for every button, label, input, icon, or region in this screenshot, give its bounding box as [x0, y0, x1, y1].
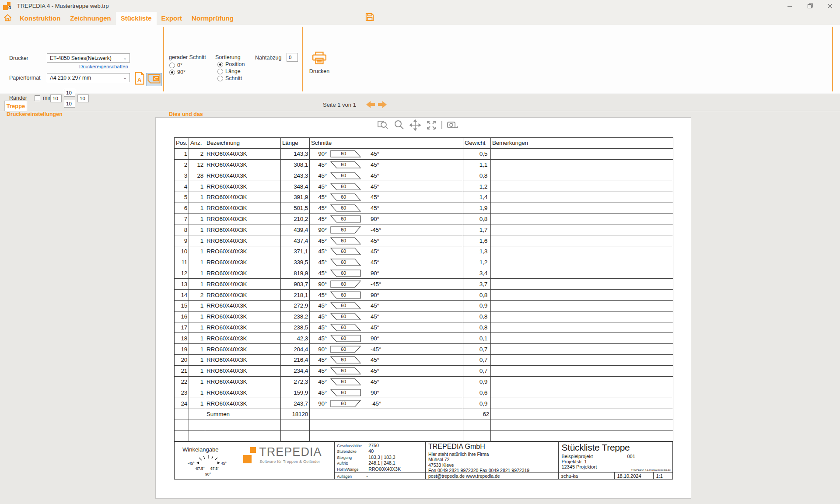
- tab-stueckliste[interactable]: Stückliste: [116, 12, 157, 25]
- margin-left-input[interactable]: [50, 94, 62, 102]
- orientation-landscape-button[interactable]: ⊂: [146, 73, 162, 86]
- table-row: 24 1 RRO60X40X3K 243,7 90° 60 -45° 0,9: [175, 398, 673, 409]
- portrait-page-icon: A: [135, 72, 144, 87]
- margin-right-input[interactable]: [77, 94, 89, 102]
- margin-bottom-input[interactable]: [64, 100, 75, 108]
- cell-anz: 28: [189, 170, 205, 181]
- tab-export[interactable]: Export: [157, 12, 187, 25]
- cell-pos: 14: [175, 290, 189, 301]
- table-header-row: Pos. Anz. Bezeichnung Länge Schnitte Gew…: [175, 138, 673, 149]
- company-cell: TREPEDIA GmbH Hier steht natürlich Ihre …: [426, 442, 559, 479]
- winkelangabe-label: Winkelangabe: [182, 446, 218, 453]
- radio-0deg[interactable]: 0°: [169, 62, 182, 68]
- save-button[interactable]: [364, 13, 375, 23]
- cut-profile-icon: 60: [330, 183, 361, 190]
- cell-gewicht: 0,5: [463, 148, 491, 159]
- radio-position[interactable]: Position: [217, 61, 245, 67]
- measure-tape-icon[interactable]: [446, 119, 458, 131]
- cut-dim: 60: [341, 325, 346, 330]
- cell-name: RRO60X40X3K: [205, 322, 281, 333]
- cut-dim: 60: [341, 259, 346, 265]
- table-row: 15 1 RRO60X40X3K 272,9 45° 60 45° 0,9: [175, 300, 673, 311]
- close-button[interactable]: [820, 0, 840, 12]
- svg-text:45°: 45°: [221, 461, 227, 466]
- doc-tab-treppe[interactable]: Treppe: [4, 101, 27, 111]
- radio-schnitt[interactable]: Schnitt: [217, 75, 242, 81]
- cell-gewicht: 1,2: [463, 181, 491, 192]
- table-row: 10 1 RRO60X40X3K 371,1 45° 60 45° 1,3: [175, 246, 673, 257]
- cut-angle-left: 45°: [311, 172, 327, 179]
- cut-angle-left: 45°: [311, 194, 327, 200]
- cut-angle-left: 45°: [311, 270, 327, 276]
- radio-laenge[interactable]: Länge: [217, 68, 241, 74]
- cell-name: RRO60X40X3K: [205, 170, 281, 181]
- min-checkbox[interactable]: [35, 95, 40, 101]
- druckereigenschaften-link[interactable]: Druckereigenschaften: [79, 64, 128, 69]
- tab-zeichnungen[interactable]: Zeichnungen: [65, 12, 116, 25]
- cell-anz: 12: [189, 159, 205, 170]
- param-row: Holm/Wange RRO60X40X3K: [335, 466, 425, 472]
- col-schnitte: Schnitte: [310, 138, 463, 149]
- drucker-select[interactable]: ET-4850 Series(Netzwerk) ⌄: [47, 53, 130, 63]
- cell-laenge: 238,2: [281, 311, 310, 322]
- drucken-button[interactable]: Drucken: [306, 51, 332, 77]
- cell-gewicht: 0,9: [463, 376, 491, 387]
- empty-row: [175, 420, 673, 430]
- papierformat-select[interactable]: A4 210 x 297 mm ⌄: [47, 73, 130, 82]
- zoom-icon[interactable]: [393, 119, 405, 131]
- cell-anz: 1: [189, 398, 205, 409]
- radio-icon: [217, 76, 223, 81]
- app-logo: 4: [3, 2, 14, 10]
- cell-anz: 1: [189, 387, 205, 398]
- cell-gewicht: 0,7: [463, 354, 491, 365]
- minimize-button[interactable]: [780, 0, 800, 12]
- cut-profile-icon: 60: [330, 400, 361, 407]
- cell-bemerkung: [491, 398, 673, 409]
- cell-pos: 12: [175, 268, 189, 279]
- date: 18.10.2024: [615, 472, 654, 479]
- zoom-window-icon[interactable]: [377, 119, 389, 131]
- orientation-portrait-button[interactable]: A: [134, 72, 145, 87]
- cell-bemerkung: [491, 257, 673, 268]
- preview-toolbar: [377, 119, 458, 131]
- fit-page-icon[interactable]: [425, 119, 438, 131]
- table-row: 8 1 RRO60X40X3K 439,4 90° 60 -45° 1,7: [175, 224, 673, 235]
- home-icon: [4, 14, 12, 24]
- cut-dim: 60: [341, 303, 346, 308]
- tab-normpruefung[interactable]: Normprüfung: [187, 12, 238, 25]
- cell-name: RRO60X40X3K: [205, 203, 281, 214]
- cell-anz: 1: [189, 192, 205, 203]
- app-window: 4 TREPEDIA 4 - Mustertreppe web.trp: [0, 0, 840, 504]
- cell-name: RRO60X40X3K: [205, 268, 281, 279]
- cut-angle-right: 45°: [361, 259, 383, 266]
- cut-dim: 60: [341, 401, 346, 406]
- pan-icon[interactable]: [409, 119, 421, 131]
- margin-top-input[interactable]: [64, 89, 75, 97]
- cut-dim: 60: [341, 162, 346, 167]
- cut-profile-icon: 60: [330, 161, 361, 168]
- cell-pos: 8: [175, 224, 189, 235]
- project-street: Projektstr. 1: [559, 459, 672, 464]
- tab-konstruktion[interactable]: Konstruktion: [15, 12, 65, 25]
- prev-page-button[interactable]: [365, 100, 376, 109]
- cell-anz: 1: [189, 257, 205, 268]
- cut-dim: 60: [341, 390, 346, 395]
- summen-label: Summen: [205, 409, 281, 420]
- svg-text:-45°: -45°: [188, 461, 195, 466]
- table-row: 19 1 RRO60X40X3K 204,4 90° 60 -45° 0,7: [175, 344, 673, 355]
- svg-text:⊂: ⊂: [154, 76, 158, 82]
- nahtabzug-input[interactable]: [287, 53, 298, 62]
- restore-button[interactable]: [800, 0, 820, 12]
- cut-dim: 60: [341, 238, 346, 243]
- cell-laenge: 143,3: [281, 148, 310, 159]
- cell-laenge: 439,4: [281, 224, 310, 235]
- cut-angle-right: 45°: [361, 205, 383, 211]
- cut-profile-icon: 60: [330, 204, 361, 212]
- cut-angle-right: 45°: [361, 183, 383, 190]
- cell-anz: 1: [189, 246, 205, 257]
- table-row: 9 1 RRO60X40X3K 437,4 45° 60 45° 1,6: [175, 235, 673, 246]
- home-tab[interactable]: [0, 12, 15, 25]
- cut-angle-right: 45°: [361, 302, 383, 309]
- next-page-button[interactable]: [377, 100, 388, 109]
- radio-90deg[interactable]: 90°: [169, 69, 186, 75]
